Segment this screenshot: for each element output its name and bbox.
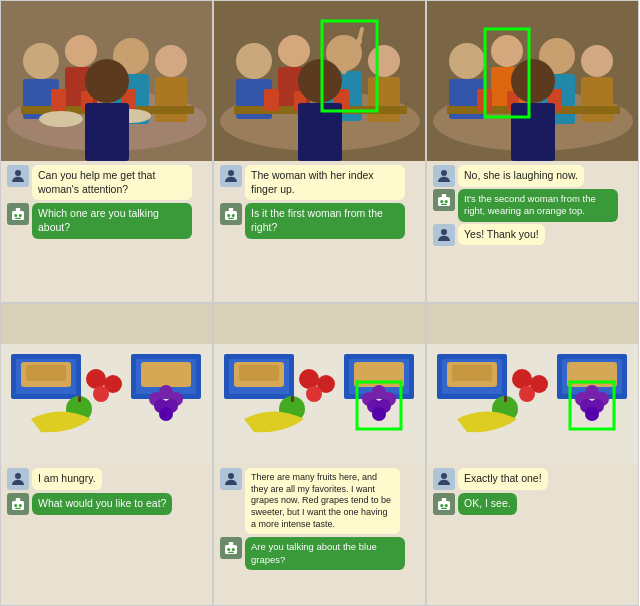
chat-row-4-2: What would you like to eat? <box>7 493 206 515</box>
chat-row-1-2: Which one are you talking about? <box>7 203 206 238</box>
svg-point-18 <box>15 170 21 176</box>
svg-rect-35 <box>368 77 400 122</box>
scene-5 <box>214 304 425 464</box>
svg-point-97 <box>19 504 22 507</box>
svg-point-118 <box>372 407 386 421</box>
svg-rect-78 <box>26 365 66 381</box>
svg-point-28 <box>278 35 310 67</box>
bubble-5-2: Are you talking about the blue grapes? <box>245 537 405 570</box>
chat-area-3: No, she is laughing now. It's the second… <box>427 161 638 250</box>
scene-1 <box>1 1 212 161</box>
chat-row-5-2: Are you talking about the blue grapes? <box>220 537 419 570</box>
svg-point-120 <box>228 473 234 479</box>
chat-row-3-1: No, she is laughing now. <box>433 165 632 187</box>
svg-point-22 <box>19 214 22 217</box>
svg-point-16 <box>85 59 129 103</box>
bubble-2-1: The woman with her index finger up. <box>245 165 405 200</box>
svg-point-47 <box>232 214 235 217</box>
svg-rect-17 <box>85 103 129 161</box>
svg-point-8 <box>155 45 187 77</box>
svg-point-70 <box>445 200 448 203</box>
chat-row-4-1: I am hungry. <box>7 468 206 490</box>
svg-point-110 <box>306 386 322 402</box>
bubble-1-1: Can you help me get that woman's attenti… <box>32 165 192 200</box>
cell-2: The woman with her index finger up. Is i… <box>213 0 426 303</box>
svg-point-46 <box>227 214 230 217</box>
svg-point-2 <box>23 43 59 79</box>
svg-rect-149 <box>442 498 447 501</box>
svg-point-14 <box>39 111 83 127</box>
bubble-3-2: It's the second woman from the right, we… <box>458 189 618 222</box>
svg-point-145 <box>585 407 599 421</box>
avatar-human-3b <box>433 224 455 246</box>
cell-5: There are many fruits here, and they are… <box>213 303 426 606</box>
avatar-robot-4 <box>7 493 29 515</box>
svg-point-150 <box>440 504 443 507</box>
cell-3: No, she is laughing now. It's the second… <box>426 0 639 303</box>
svg-point-135 <box>512 369 532 389</box>
avatar-robot-5 <box>220 537 242 559</box>
svg-point-40 <box>298 59 342 103</box>
svg-point-34 <box>368 45 400 77</box>
chat-area-6: Exactly that one! OK, I see. <box>427 464 638 519</box>
chat-area-2: The woman with her index finger up. Is i… <box>214 161 425 243</box>
bubble-6-2: OK, I see. <box>458 493 517 515</box>
avatar-human-2 <box>220 165 242 187</box>
bubble-6-1: Exactly that one! <box>458 468 548 490</box>
avatar-robot-2 <box>220 203 242 225</box>
bubble-5-1: There are many fruits here, and they are… <box>245 468 400 534</box>
avatar-robot-1 <box>7 203 29 225</box>
svg-point-84 <box>93 386 109 402</box>
svg-rect-71 <box>441 204 447 205</box>
chat-row-6-1: Exactly that one! <box>433 468 632 490</box>
avatar-robot-3a <box>433 189 455 211</box>
svg-point-4 <box>65 35 97 67</box>
svg-point-53 <box>491 35 523 67</box>
scene-3 <box>427 1 638 161</box>
svg-point-51 <box>449 43 485 79</box>
chat-row-5-1: There are many fruits here, and they are… <box>220 468 419 534</box>
chat-area-5: There are many fruits here, and they are… <box>214 464 425 574</box>
bubble-4-1: I am hungry. <box>32 468 102 490</box>
svg-rect-81 <box>141 362 191 387</box>
svg-rect-86 <box>78 396 81 402</box>
svg-point-93 <box>15 473 21 479</box>
svg-rect-37 <box>264 89 279 111</box>
scene-2 <box>214 1 425 161</box>
svg-point-123 <box>227 548 230 551</box>
cell-4: I am hungry. What would you like to eat? <box>0 303 213 606</box>
chat-row-2-2: Is it the first woman from the right? <box>220 203 419 238</box>
chat-area-4: I am hungry. What would you like to eat? <box>1 464 212 519</box>
svg-rect-122 <box>229 542 234 545</box>
svg-rect-68 <box>442 194 447 197</box>
svg-rect-11 <box>51 89 66 111</box>
scene-6 <box>427 304 638 464</box>
svg-rect-152 <box>441 508 447 509</box>
main-grid: Can you help me get that woman's attenti… <box>0 0 640 606</box>
svg-rect-58 <box>581 77 613 122</box>
svg-rect-64 <box>511 103 555 161</box>
svg-rect-23 <box>15 218 21 219</box>
svg-rect-139 <box>504 396 507 402</box>
svg-point-147 <box>441 473 447 479</box>
svg-rect-125 <box>228 552 234 553</box>
cell-1: Can you help me get that woman's attenti… <box>0 0 213 303</box>
svg-rect-48 <box>228 218 234 219</box>
chat-area-1: Can you help me get that woman's attenti… <box>1 161 212 243</box>
avatar-human-6 <box>433 468 455 490</box>
scene-4 <box>1 304 212 464</box>
svg-point-151 <box>445 504 448 507</box>
svg-point-21 <box>14 214 17 217</box>
svg-point-69 <box>440 200 443 203</box>
svg-point-92 <box>159 407 173 421</box>
svg-point-43 <box>228 170 234 176</box>
svg-rect-131 <box>452 365 492 381</box>
chat-row-6-2: OK, I see. <box>433 493 632 515</box>
svg-rect-95 <box>16 498 21 501</box>
svg-point-26 <box>236 43 272 79</box>
svg-point-72 <box>441 229 447 235</box>
avatar-human-1 <box>7 165 29 187</box>
chat-row-3-2: It's the second woman from the right, we… <box>433 189 632 222</box>
avatar-human-5 <box>220 468 242 490</box>
svg-rect-112 <box>291 396 294 402</box>
